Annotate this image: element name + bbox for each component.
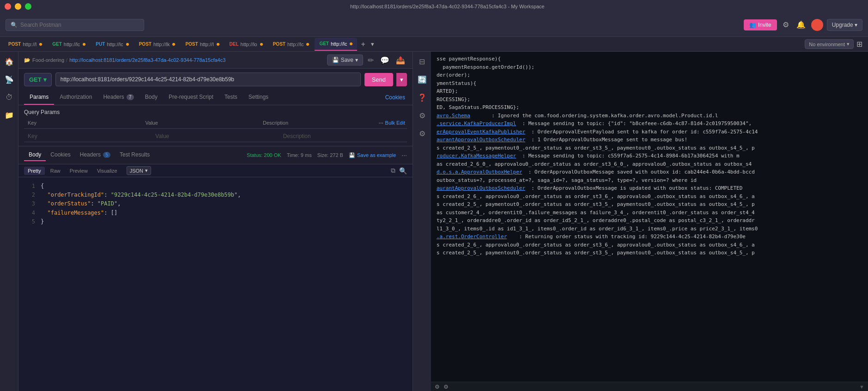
tab-params[interactable]: Params: [24, 90, 54, 105]
tabs-dropdown-button[interactable]: ▾: [369, 40, 376, 48]
terminal-line: as customer2_4_, orderentit0_.failure_me…: [437, 209, 862, 217]
search-box[interactable]: 🔍: [6, 19, 144, 31]
invite-icon: 👥: [749, 22, 756, 28]
response-header: Body Cookies Headers 5 Test Results: [18, 146, 413, 164]
key-input[interactable]: [24, 131, 152, 142]
terminal-line: s created_2_5_, paymentout0_.order_statu…: [437, 249, 862, 257]
avatar[interactable]: [811, 19, 823, 31]
save-example-icon: 💾: [349, 152, 355, 158]
home-icon[interactable]: 🏠: [3, 55, 16, 68]
maximize-button[interactable]: [25, 3, 31, 10]
terminal-line: .service.KafkaProducerImpl : Message sen…: [437, 120, 862, 128]
settings2-icon[interactable]: ⚙: [417, 127, 427, 140]
value-input[interactable]: [152, 131, 279, 142]
copy-button[interactable]: ⧉: [391, 167, 395, 174]
comment-button[interactable]: 💬: [378, 55, 391, 66]
tab-authorization[interactable]: Authorization: [54, 90, 97, 105]
tab-del-1[interactable]: DEL http://lo: [225, 38, 267, 51]
tab-post-4[interactable]: POST http://lc: [268, 38, 314, 51]
invite-button[interactable]: 👥 Invite: [744, 19, 777, 30]
terminal-link[interactable]: roducer.KafkaMessageHelper: [437, 153, 516, 159]
environment-selector[interactable]: No environment ▾: [805, 39, 854, 49]
tab-dot: [39, 43, 42, 46]
edit-button[interactable]: ✏: [366, 55, 376, 66]
terminal-settings-button[interactable]: ⚙: [435, 384, 440, 390]
help-icon[interactable]: ❓: [416, 91, 429, 104]
history-icon[interactable]: ⏱: [4, 91, 15, 103]
response-tab-test-results[interactable]: Test Results: [115, 149, 154, 161]
tab-put-1[interactable]: PUT http://lc: [91, 38, 133, 51]
tab-settings[interactable]: Settings: [243, 90, 274, 105]
terminal-line: ymentStatus){: [437, 80, 862, 88]
tab-get-active[interactable]: GET http://lc: [315, 38, 357, 51]
terminal-panel: sse paymentResponse){ paymentResponse.ge…: [431, 52, 868, 391]
sync-icon[interactable]: 🔄: [416, 73, 429, 86]
window-title: http://localhost:8181/orders/2e25f8a3-47…: [31, 4, 863, 9]
tab-method: POST: [139, 42, 152, 47]
more-options-button[interactable]: ···: [401, 151, 407, 159]
tab-dot: [172, 43, 175, 46]
format-tab-raw[interactable]: Raw: [47, 167, 64, 175]
method-selector[interactable]: GET ▾: [24, 73, 52, 86]
window-controls[interactable]: [5, 3, 31, 10]
format-actions: ⧉ 🔍: [391, 167, 407, 174]
tab-body[interactable]: Body: [140, 90, 163, 105]
description-input[interactable]: [279, 131, 407, 142]
tab-post-3[interactable]: POST http://l: [181, 38, 224, 51]
settings-button[interactable]: ⚙: [781, 18, 791, 31]
url-input[interactable]: [55, 72, 361, 86]
format-tab-preview[interactable]: Preview: [66, 167, 91, 175]
bulk-edit-button[interactable]: Bulk Edit: [385, 120, 405, 126]
tab-post-1[interactable]: POST http://l: [4, 38, 47, 51]
notification-button[interactable]: 🔔: [795, 18, 807, 31]
breadcrumb-separator: /: [66, 57, 67, 63]
tab-url: http://lc: [287, 42, 303, 47]
cookies-button[interactable]: Cookies: [383, 92, 407, 102]
terminal-line: s created_2_5_, paymentout0_.order_statu…: [437, 144, 862, 152]
tab-url: http://lc: [107, 42, 123, 47]
breadcrumb: 📂 Food-ordering / http://localhost:8181/…: [24, 57, 323, 63]
tab-headers[interactable]: Headers 7: [97, 90, 139, 105]
format-tab-visualize[interactable]: Visualize: [93, 167, 121, 175]
terminal-link[interactable]: avro.Schema: [437, 113, 470, 119]
status-badge: Status: 200 OK: [247, 152, 281, 158]
terminal-link[interactable]: .a.rest.OrderController: [437, 234, 507, 240]
format-tab-pretty[interactable]: Pretty: [24, 167, 45, 175]
response-tab-headers[interactable]: Headers 5: [75, 149, 115, 161]
tab-method: DEL: [230, 42, 239, 47]
search-input[interactable]: [20, 22, 139, 28]
close-button[interactable]: [5, 3, 11, 10]
collection-icon-small: 📂: [24, 57, 30, 63]
minimize-button[interactable]: [15, 3, 21, 10]
send-dropdown-button[interactable]: ▾: [396, 73, 407, 86]
terminal-line: aurantApprovalOutboxScheduler : OrderApp…: [437, 185, 862, 192]
gear-icon[interactable]: ⚙: [417, 109, 427, 122]
format-type-selector[interactable]: JSON ▾: [127, 166, 151, 175]
response-tab-body[interactable]: Body: [24, 149, 46, 161]
console-icon[interactable]: ⊟: [417, 55, 427, 68]
env-settings-button[interactable]: ⊞: [855, 38, 864, 50]
terminal-settings2-button[interactable]: ⚙: [443, 384, 449, 390]
share-button[interactable]: 📤: [394, 55, 407, 66]
tab-get-1[interactable]: GET http://lc: [48, 38, 90, 51]
request-tabs-nav: Params Authorization Headers 7 Body Pre-…: [18, 90, 413, 105]
upgrade-button[interactable]: Upgrade ▾: [827, 19, 862, 31]
collection-icon[interactable]: 📁: [3, 109, 16, 121]
response-section: Body Cookies Headers 5 Test Results: [18, 146, 413, 391]
api-icon[interactable]: 📡: [3, 73, 16, 86]
terminal-link[interactable]: d.o.s.a.ApprovalOutboxHelper: [437, 169, 522, 175]
save-button[interactable]: 💾 Save ▾: [327, 54, 363, 66]
new-tab-button[interactable]: +: [358, 40, 368, 48]
tab-post-2[interactable]: POST http://lk: [134, 38, 180, 51]
tab-tests[interactable]: Tests: [219, 90, 243, 105]
terminal-link[interactable]: .service.KafkaProducerImpl: [437, 120, 516, 126]
terminal-link[interactable]: erApprovalEventKafkaPublisher: [437, 129, 525, 135]
response-tab-cookies[interactable]: Cookies: [46, 149, 75, 161]
send-button[interactable]: Send: [364, 73, 393, 86]
terminal-link[interactable]: aurantApprovalOutboxScheduler: [437, 185, 525, 191]
breadcrumb-folder[interactable]: Food-ordering: [32, 57, 64, 63]
terminal-link[interactable]: aurantApprovalOutboxScheduler: [437, 137, 525, 143]
tab-pre-request-script[interactable]: Pre-request Script: [163, 90, 219, 105]
save-as-example-button[interactable]: 💾 Save as example: [349, 152, 396, 158]
search-response-button[interactable]: 🔍: [399, 167, 407, 174]
